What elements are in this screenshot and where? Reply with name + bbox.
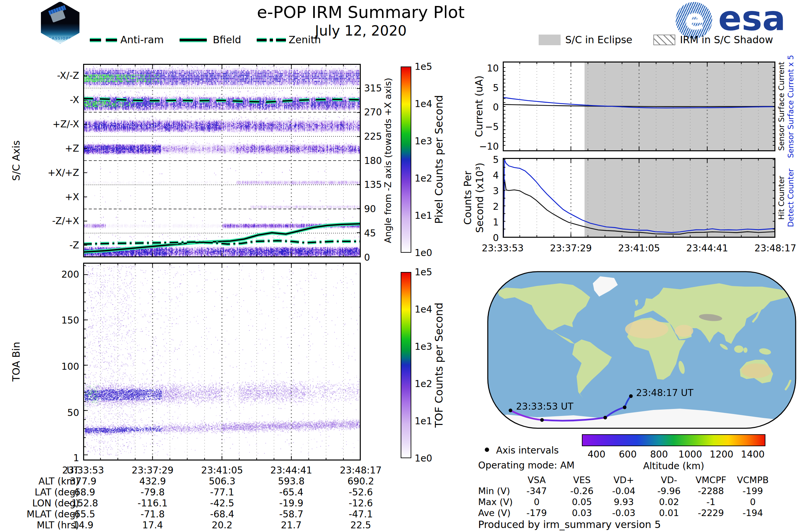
axis-intervals-dot: [485, 448, 489, 452]
sensor-current-plot: [503, 61, 775, 151]
voltage-cell: -194: [742, 508, 763, 518]
spectro-row-label: -Z: [40, 240, 79, 251]
ephemeris-cell: 506.3: [209, 476, 235, 487]
voltage-cell: -347: [526, 486, 547, 496]
spectro-row-label: -Z/+X: [40, 215, 79, 226]
toa-bin-scatter: [83, 263, 361, 460]
pixel-colorbar-tick: 1e2: [415, 173, 432, 184]
toa-ylabel: TOA Bin: [10, 342, 22, 381]
esa-globe-e: e: [685, 3, 704, 36]
ephemeris-cell: -58.7: [279, 509, 303, 520]
angle-tick: 135: [364, 179, 382, 190]
spectro-row-label: +Z: [40, 143, 79, 154]
pixel-colorbar-tick: 1e3: [415, 136, 432, 147]
angle-tick: 315: [364, 83, 382, 94]
ephemeris-row-label: MLAT (deg): [13, 509, 79, 520]
pixel-colorbar-tick: 1e1: [415, 210, 432, 221]
right-time-tick: 23:33:53: [482, 243, 524, 254]
operating-mode-label: Operating mode: AM: [478, 460, 574, 471]
legend-bfield-label: Bfield: [213, 34, 241, 45]
toa-ytick: 50: [50, 407, 79, 418]
legend-antiram-label: Anti-ram: [120, 34, 164, 45]
tof-colorbar-tick: 1e4: [415, 304, 432, 315]
epop-irm-summary-page: CASSIOPE e-POP IRM Summary Plot July 12,…: [0, 0, 798, 532]
counts-ytick: 3: [472, 186, 499, 196]
ephemeris-cell: 23:33:53: [62, 465, 104, 476]
ephemeris-cell: -71.8: [141, 509, 165, 520]
ephemeris-cell: 17.4: [142, 520, 163, 531]
esa-globe-icon: e: [676, 2, 712, 39]
ephemeris-cell: 593.8: [278, 476, 305, 487]
counters-plot: [503, 158, 775, 238]
pixel-colorbar: [401, 66, 411, 253]
altitude-colorbar: [582, 434, 765, 446]
voltage-cell: -0.03: [612, 508, 635, 518]
toa-ytick: 1: [50, 453, 79, 463]
altitude-tick: 1200: [709, 449, 733, 460]
current-right-label-blue-wrap: Sensor Surface Current x 5: [786, 61, 795, 151]
antiram-line-sample: [90, 38, 117, 42]
bfield-line-sample: [179, 38, 207, 42]
pixel-colorbar-tick: 1e5: [415, 61, 432, 72]
page-title: e-POP IRM Summary Plot: [257, 3, 465, 22]
cassiope-logo-text: CASSIOPE: [40, 36, 80, 41]
ephemeris-cell: -68.9: [71, 487, 95, 498]
tof-colorbar-tick: 1e0: [415, 453, 432, 464]
ephemeris-cell: -77.1: [210, 487, 234, 498]
angle-tick: 0: [364, 252, 370, 263]
ephemeris-cell: 23:41:05: [201, 465, 243, 476]
voltage-col-header: VSA: [528, 475, 546, 485]
ephemeris-row-label: ALT (km): [13, 476, 79, 487]
current-ytick: 5: [472, 82, 499, 93]
counts-right-label-blue-wrap: Detect Counter: [786, 158, 795, 238]
voltage-row-label: Ave (V): [478, 508, 511, 518]
altitude-tick: 400: [588, 449, 605, 460]
voltage-cell: -2288: [698, 486, 724, 496]
angle-tick: 90: [364, 204, 376, 214]
altitude-tick: 1400: [741, 449, 764, 460]
shadow-hatch-swatch: [653, 35, 675, 45]
pixel-colorbar-label-wrap: Pixel Counts per Second: [432, 66, 446, 253]
right-time-tick: 23:44:41: [686, 243, 728, 254]
pixel-colorbar-label: Pixel Counts per Second: [433, 95, 445, 224]
toa-ytick: 200: [50, 269, 79, 280]
ephemeris-row-label: LAT (deg): [13, 487, 79, 498]
spectro-ylabel: S/C Axis: [10, 140, 22, 181]
toa-ytick: 100: [50, 361, 79, 372]
ephemeris-cell: 377.9: [70, 476, 96, 487]
spectro-row-label: +X: [40, 191, 79, 203]
ephemeris-cell: 690.2: [347, 476, 374, 487]
legend-zenith-label: Zenith: [289, 34, 321, 45]
current-right-label-black: Sensor Surface Current: [777, 62, 786, 151]
right-time-tick: 23:37:29: [550, 243, 592, 254]
spectro-row-label: -X/-Z: [40, 70, 79, 81]
tof-colorbar: [401, 272, 411, 458]
ephemeris-cell: 23:37:29: [132, 465, 174, 476]
legend-eclipse-label: S/C in Eclipse: [565, 34, 632, 45]
ephemeris-cell: -65.4: [279, 487, 303, 498]
angle-tick: 180: [364, 155, 382, 166]
ephemeris-row-label: MLT (hrs): [13, 520, 79, 531]
counts-right-label-blue: Detect Counter: [786, 169, 795, 227]
counts-right-label-black: Hit Counter: [777, 176, 786, 220]
tof-colorbar-tick: 1e1: [415, 416, 432, 426]
angle-tick: 45: [364, 228, 376, 239]
current-ytick: 0: [472, 102, 499, 113]
altitude-tick: 600: [619, 449, 636, 460]
tof-colorbar-tick: 1e3: [415, 341, 432, 352]
page-date: July 12, 2020: [315, 23, 407, 39]
tof-colorbar-label-wrap: TOF Counts per Second: [432, 272, 446, 458]
ephemeris-cell: -68.4: [210, 509, 234, 520]
voltage-col-header: VES: [573, 475, 591, 485]
voltage-cell: -1: [706, 497, 716, 507]
angle-tick: 270: [364, 107, 382, 118]
altitude-label: Altitude (km): [643, 460, 704, 472]
cassiope-mission-logo: CASSIOPE: [39, 1, 81, 44]
voltage-cell: 0.02: [659, 497, 679, 507]
angle-axis-label-wrap: Angle from -Z axis (towards +X axis): [381, 64, 394, 258]
voltage-cell: -199: [742, 486, 763, 496]
current-right-label-blue: Sensor Surface Current x 5: [786, 55, 795, 158]
pixel-colorbar-tick: 1e4: [415, 98, 432, 109]
track-start-label: 23:33:53 UT: [516, 401, 573, 412]
voltage-cell: 9.93: [614, 497, 634, 507]
